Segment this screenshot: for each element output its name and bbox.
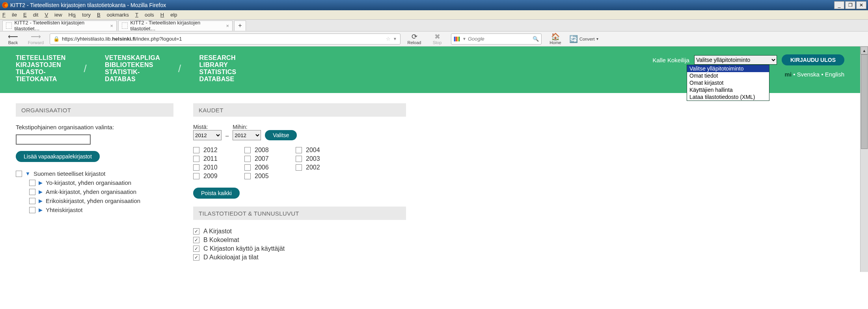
year-cell[interactable]: 2003: [296, 154, 347, 163]
search-icon[interactable]: 🔍: [533, 36, 539, 42]
year-cell[interactable]: 2008: [244, 146, 296, 154]
browser-tab-1[interactable]: KITT2 - Tieteellisten kirjastojen tilast…: [2, 20, 117, 31]
year-cell[interactable]: 2002: [296, 163, 347, 172]
checkbox[interactable]: [244, 164, 251, 171]
lang-sv-link[interactable]: Svenska: [797, 71, 820, 78]
expand-right-icon[interactable]: ▶: [39, 207, 43, 213]
checkbox[interactable]: [193, 246, 199, 252]
logout-button[interactable]: KIRJAUDU ULOS: [782, 54, 844, 65]
stat-item[interactable]: A Kirjastot: [193, 227, 406, 236]
admin-option-selected[interactable]: Valitse ylläpitotoiminto: [687, 65, 769, 72]
expand-down-icon[interactable]: ▼: [25, 171, 30, 177]
tree-item[interactable]: ▶ Yo-kirjastot, yhden organisaation: [16, 178, 173, 187]
menu-file[interactable]: File: [2, 12, 17, 18]
year-cell[interactable]: 2010: [193, 163, 244, 172]
back-label: Back: [8, 40, 18, 45]
tree-item[interactable]: ▶ Erikoiskirjastot, yhden organisaation: [16, 196, 173, 205]
admin-function-select[interactable]: Valitse ylläpitotoiminto: [694, 55, 777, 65]
checkbox[interactable]: [193, 254, 199, 261]
menu-edit[interactable]: Edit: [23, 12, 38, 18]
chevron-down-icon[interactable]: ▼: [462, 37, 466, 41]
year-cell[interactable]: 2005: [244, 172, 296, 181]
stop-button[interactable]: ✖ Stop: [428, 33, 446, 45]
checkbox[interactable]: [296, 164, 302, 171]
close-icon[interactable]: ×: [226, 23, 229, 29]
to-year-select[interactable]: 2012: [233, 130, 261, 140]
menu-help[interactable]: Help: [160, 12, 177, 18]
stat-label: A Kirjastot: [203, 228, 232, 235]
forward-label: Forward: [28, 40, 44, 45]
tab-label: KITT2 - Tieteellisten kirjastojen tilast…: [130, 20, 223, 32]
checkbox[interactable]: [244, 173, 251, 179]
checkbox[interactable]: [244, 156, 251, 162]
checkbox[interactable]: [193, 173, 199, 179]
menu-tools[interactable]: Tools: [135, 12, 154, 18]
forward-button[interactable]: ⟶ Forward: [27, 33, 45, 45]
scroll-up-icon[interactable]: ▲: [861, 47, 868, 54]
scroll-thumb[interactable]: [861, 54, 868, 149]
stat-item[interactable]: C Kirjaston käyttö ja käyttäjät: [193, 244, 406, 253]
checkbox[interactable]: [193, 164, 199, 171]
lang-en-link[interactable]: English: [825, 71, 844, 78]
checkbox[interactable]: [296, 156, 302, 162]
chevron-down-icon[interactable]: ▾: [596, 37, 598, 41]
checkbox[interactable]: [29, 189, 35, 195]
checkbox[interactable]: [29, 180, 35, 186]
checkbox[interactable]: [296, 147, 302, 153]
year-cell[interactable]: 2007: [244, 154, 296, 163]
firefox-icon: [2, 2, 9, 9]
admin-option[interactable]: Omat kirjastot: [687, 79, 769, 86]
checkbox[interactable]: [29, 198, 35, 204]
checkbox[interactable]: [29, 207, 35, 213]
admin-option[interactable]: Omat tiedot: [687, 72, 769, 79]
year-cell[interactable]: 2009: [193, 172, 244, 181]
back-button[interactable]: ⟵ Back: [4, 33, 22, 45]
window-restore-button[interactable]: ❐: [845, 1, 855, 9]
year-label: 2002: [306, 164, 320, 171]
urlbar-dropdown-icon[interactable]: ▼: [393, 37, 397, 41]
convert-button[interactable]: 🔄 Convert ▾: [569, 35, 598, 43]
reload-button[interactable]: ⟳ Reload: [405, 33, 423, 45]
checkbox[interactable]: [16, 171, 22, 177]
year-cell[interactable]: 2006: [244, 163, 296, 172]
checkbox[interactable]: [193, 156, 199, 162]
expand-right-icon[interactable]: ▶: [39, 180, 43, 186]
tree-root[interactable]: ▼ Suomen tieteelliset kirjastot: [16, 169, 173, 178]
home-button[interactable]: 🏠 Home: [546, 33, 564, 45]
vertical-scrollbar[interactable]: ▲: [860, 47, 868, 272]
admin-option[interactable]: Käyttäjien hallinta: [687, 86, 769, 93]
close-icon[interactable]: ×: [110, 23, 113, 29]
new-tab-button[interactable]: +: [234, 20, 246, 31]
org-text-input[interactable]: [16, 134, 91, 145]
year-cell[interactable]: 2012: [193, 146, 244, 154]
menu-history[interactable]: History: [69, 12, 91, 18]
stat-item[interactable]: B Kokoelmat: [193, 236, 406, 244]
site-title-en: RESEARCH LIBRARY STATISTICS DATABASE: [199, 54, 237, 83]
checkbox[interactable]: [244, 147, 251, 153]
menu-view[interactable]: View: [45, 12, 62, 18]
expand-right-icon[interactable]: ▶: [39, 189, 43, 195]
year-cell[interactable]: 2011: [193, 154, 244, 163]
checkbox[interactable]: [193, 228, 199, 235]
year-cell[interactable]: 2004: [296, 146, 347, 154]
browser-tab-2[interactable]: KITT2 - Tieteellisten kirjastojen tilast…: [118, 20, 233, 31]
clear-all-button[interactable]: Poista kaikki: [193, 188, 240, 199]
window-minimize-button[interactable]: _: [834, 1, 844, 9]
url-bar[interactable]: 🔒 https://yhteistilasto.lib.helsinki.fi/…: [50, 34, 400, 45]
select-range-button[interactable]: Valitse: [265, 130, 297, 140]
from-year-select[interactable]: 2012: [193, 130, 222, 140]
back-arrow-icon: ⟵: [8, 33, 18, 40]
tree-item[interactable]: ▶ Yhteiskirjastot: [16, 205, 173, 214]
admin-option[interactable]: Lataa tilastotiedosto (XML): [687, 93, 769, 101]
window-close-button[interactable]: ✕: [856, 1, 866, 9]
lang-fi-link[interactable]: mi: [785, 71, 792, 78]
expand-right-icon[interactable]: ▶: [39, 198, 43, 204]
tree-item[interactable]: ▶ Amk-kirjastot, yhden organisaation: [16, 187, 173, 196]
search-bar[interactable]: ▼ Google 🔍: [451, 34, 542, 45]
checkbox[interactable]: [193, 237, 199, 243]
bookmark-star-icon[interactable]: ☆: [386, 36, 391, 42]
stat-item[interactable]: D Aukioloajat ja tilat: [193, 253, 406, 262]
add-deposit-libs-button[interactable]: Lisää vapaakappalekirjastot: [16, 151, 100, 162]
checkbox[interactable]: [193, 147, 199, 153]
menu-bookmarks[interactable]: Bookmarks: [97, 12, 129, 18]
